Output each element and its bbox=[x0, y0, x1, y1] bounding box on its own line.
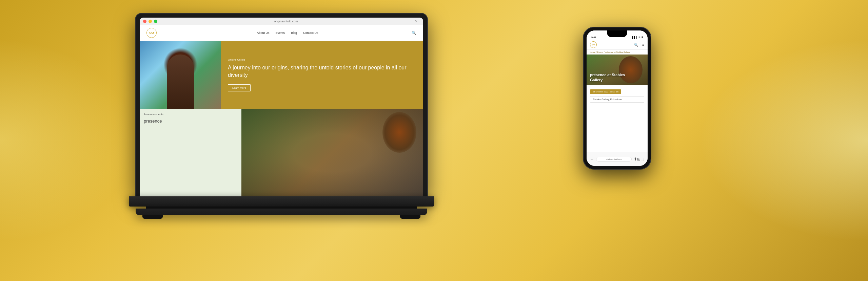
search-icon[interactable]: 🔍 bbox=[412, 31, 416, 35]
hero-section: Origins Untold A journey into our origin… bbox=[140, 41, 423, 109]
phone-url-bar[interactable]: originsuntold.com bbox=[596, 157, 632, 161]
nav-link-contact[interactable]: Contact Us bbox=[303, 31, 318, 35]
laptop-bezel: originsuntold.com ⟳ ↑ OU About Us Events… bbox=[140, 18, 423, 196]
phone-search-icon[interactable]: 🔍 bbox=[634, 43, 638, 47]
phone-bottom-bar: ← originsuntold.com ⬆ ⊞ ⬚ bbox=[587, 152, 648, 166]
phone-screen: 9:41 ▌▌▌ ≋ ▮ OU 🔍 ≡ Home / Events / prés… bbox=[587, 30, 648, 166]
battery-icon: ▮ bbox=[642, 36, 643, 39]
phone-time: 9:41 bbox=[591, 36, 596, 39]
phone-bookmark-icon[interactable]: ⊞ bbox=[637, 157, 640, 161]
phone-event-location: Stables Gallery, Folkestone bbox=[590, 96, 644, 103]
glow-left bbox=[0, 39, 136, 242]
phone-event-info: 5th October 2022 | 10:00 am Stables Gall… bbox=[587, 85, 648, 105]
laptop-bottom bbox=[136, 209, 427, 215]
hero-text-panel: Origins Untold A journey into our origin… bbox=[221, 41, 423, 109]
phone-outer: 9:41 ▌▌▌ ≋ ▮ OU 🔍 ≡ Home / Events / prés… bbox=[583, 27, 651, 169]
laptop-foot-left bbox=[142, 215, 163, 219]
website-content: OU About Us Events Blog Contact Us 🔍 bbox=[140, 25, 423, 196]
bottom-image-shape bbox=[382, 112, 416, 153]
nav-link-blog[interactable]: Blog bbox=[291, 31, 297, 35]
hero-title: A journey into our origins, sharing the … bbox=[228, 64, 416, 79]
phone-hero-image: présence at StablesGallery bbox=[587, 55, 648, 85]
phone-hero-title: présence at StablesGallery bbox=[590, 72, 625, 82]
close-dot bbox=[143, 20, 146, 23]
phone-back-icon[interactable]: ← bbox=[590, 157, 594, 161]
nav-link-events[interactable]: Events bbox=[275, 31, 285, 35]
minimize-dot bbox=[149, 20, 152, 23]
hero-learn-more-button[interactable]: Learn more bbox=[228, 84, 251, 91]
phone-menu-icon[interactable]: ≡ bbox=[642, 43, 644, 47]
hero-image bbox=[140, 41, 221, 109]
bottom-image-panel bbox=[241, 109, 423, 196]
site-bottom-section: Announcements presence bbox=[140, 109, 423, 196]
nav-link-about[interactable]: About Us bbox=[257, 31, 269, 35]
phone-status-icons: ▌▌▌ ≋ ▮ bbox=[632, 36, 643, 39]
laptop-foot-right bbox=[400, 215, 420, 219]
phone-share-icon[interactable]: ⬆ bbox=[634, 157, 637, 161]
laptop-device: originsuntold.com ⟳ ↑ OU About Us Events… bbox=[129, 14, 434, 267]
maximize-dot bbox=[154, 20, 157, 23]
browser-url[interactable]: originsuntold.com bbox=[173, 20, 399, 23]
announcements-panel: Announcements presence bbox=[140, 109, 241, 196]
browser-icons: ⟳ ↑ bbox=[415, 20, 420, 23]
laptop-titlebar: originsuntold.com ⟳ ↑ bbox=[140, 18, 423, 25]
glow-right bbox=[698, 39, 868, 242]
phone-device: 9:41 ▌▌▌ ≋ ▮ OU 🔍 ≡ Home / Events / prés… bbox=[583, 27, 651, 169]
wifi-icon: ≋ bbox=[638, 36, 640, 39]
phone-notch bbox=[607, 30, 627, 37]
laptop-base bbox=[129, 196, 434, 207]
site-nav: OU About Us Events Blog Contact Us 🔍 bbox=[140, 25, 423, 41]
presence-text: presence bbox=[144, 118, 237, 124]
phone-event-date: 5th October 2022 | 10:00 am bbox=[590, 89, 621, 94]
phone-nav: OU 🔍 ≡ bbox=[587, 40, 648, 50]
phone-breadcrumb: Home / Events / présence at Stables Gall… bbox=[587, 50, 648, 55]
signal-icon: ▌▌▌ bbox=[632, 36, 637, 39]
breadcrumb-text: Home / Events / présence at Stables Gall… bbox=[590, 51, 630, 53]
hero-subtitle: Origins Untold bbox=[228, 58, 416, 61]
site-logo[interactable]: OU bbox=[146, 28, 157, 38]
hero-person bbox=[167, 55, 194, 109]
phone-tabs-icon[interactable]: ⬚ bbox=[640, 157, 644, 161]
laptop-screen-outer: originsuntold.com ⟳ ↑ OU About Us Events… bbox=[136, 14, 427, 196]
announcements-label: Announcements bbox=[144, 113, 237, 116]
phone-logo[interactable]: OU bbox=[590, 41, 597, 48]
site-nav-links: About Us Events Blog Contact Us bbox=[163, 31, 412, 35]
